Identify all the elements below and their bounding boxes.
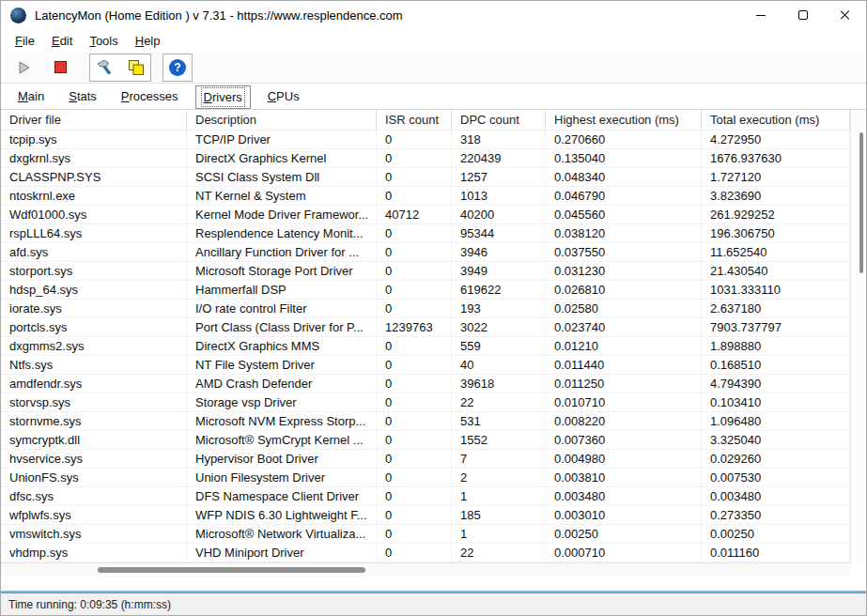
copy-icon: [127, 58, 146, 77]
table-cell: 0.168510: [702, 356, 850, 374]
table-row[interactable]: vhdmp.sysVHD Miniport Driver0220.0007100…: [1, 544, 850, 562]
table-cell: 0.038120: [546, 224, 702, 242]
column-header[interactable]: DPC count: [452, 110, 546, 130]
table-row[interactable]: rspLLL64.sysResplendence Latency Monit..…: [1, 224, 850, 243]
table-cell: 0.103410: [702, 393, 850, 411]
table-cell: 0.011440: [546, 356, 702, 374]
table-cell: Storage vsp Driver: [187, 393, 377, 411]
table-cell: 95344: [452, 224, 546, 242]
table-row[interactable]: storport.sysMicrosoft Storage Port Drive…: [1, 262, 850, 281]
table-cell: 22: [452, 393, 546, 411]
table-cell: 1: [452, 487, 546, 505]
table-row[interactable]: UnionFS.sysUnion Filesystem Driver020.00…: [1, 469, 850, 487]
table-cell: tcpip.sys: [1, 131, 187, 148]
table-cell: CLASSPNP.SYS: [1, 168, 187, 186]
table-cell: 559: [452, 337, 546, 355]
minimize-button[interactable]: [739, 1, 782, 29]
table-row[interactable]: tcpip.sysTCP/IP Driver03180.2706604.2729…: [1, 131, 850, 149]
window-title: LatencyMon (Home Edition ) v 7.31 - http…: [35, 8, 403, 23]
stop-monitor-button[interactable]: [48, 55, 72, 80]
help-button[interactable]: ?: [163, 54, 193, 82]
table-row[interactable]: symcryptk.dllMicrosoft® SymCrypt Kernel …: [1, 431, 850, 450]
tab-cpus[interactable]: CPUs: [260, 85, 307, 107]
table-row[interactable]: hdsp_64.sysHammerfall DSP06196220.026810…: [1, 281, 850, 300]
table-cell: amdfendr.sys: [1, 375, 187, 393]
table-row[interactable]: amdfendr.sysAMD Crash Defender0396180.01…: [1, 375, 850, 393]
menu-tools[interactable]: Tools: [81, 31, 126, 51]
table-cell: 0.037550: [546, 243, 702, 261]
table-row[interactable]: CLASSPNP.SYSSCSI Class System Dll012570.…: [1, 168, 850, 187]
help-icon: ?: [169, 59, 186, 76]
table-cell: 0.004980: [546, 450, 702, 468]
column-header[interactable]: ISR count: [377, 110, 452, 130]
table-cell: 0.003480: [702, 487, 850, 505]
table-row[interactable]: portcls.sysPort Class (Class Driver for …: [1, 318, 850, 337]
tab-drivers[interactable]: Drivers: [195, 85, 251, 109]
table-cell: Ancillary Function Driver for ...: [187, 243, 377, 261]
table-cell: 1.898880: [702, 337, 850, 355]
table-row[interactable]: storvsp.sysStorage vsp Driver0220.010710…: [1, 393, 850, 412]
menu-file[interactable]: File: [7, 31, 43, 51]
table-row[interactable]: dfsc.sysDFS Namespace Client Driver010.0…: [1, 487, 850, 506]
table-cell: iorate.sys: [1, 300, 187, 317]
tab-stats[interactable]: Stats: [61, 85, 104, 107]
menubar: FileEditToolsHelp: [1, 29, 866, 52]
table-row[interactable]: afd.sysAncillary Function Driver for ...…: [1, 243, 850, 262]
table-cell: WFP NDIS 6.30 Lightweight F...: [187, 506, 377, 524]
horizontal-scrollbar-thumb[interactable]: [98, 567, 365, 573]
table-cell: Microsoft® Network Virtualiza...: [187, 525, 377, 543]
table-cell: Hammerfall DSP: [187, 281, 377, 299]
menu-help[interactable]: Help: [127, 31, 169, 51]
close-button[interactable]: [824, 1, 866, 29]
table-cell: 0.023740: [546, 318, 702, 336]
table-row[interactable]: vmswitch.sysMicrosoft® Network Virtualiz…: [1, 525, 850, 544]
table-cell: dxgkrnl.sys: [1, 149, 187, 167]
table-cell: 185: [452, 506, 546, 524]
table-cell: DirectX Graphics MMS: [187, 337, 377, 355]
table-row[interactable]: wfplwfs.sysWFP NDIS 6.30 Lightweight F..…: [1, 506, 850, 525]
table-cell: 3949: [452, 262, 546, 280]
table-cell: 0.02580: [546, 300, 702, 317]
table-cell: ntoskrnl.exe: [1, 187, 187, 205]
column-header[interactable]: Total execution (ms): [702, 110, 850, 130]
table-row[interactable]: dxgkrnl.sysDirectX Graphics Kernel022043…: [1, 149, 850, 168]
tab-label: Main: [18, 89, 44, 103]
column-header[interactable]: Description: [187, 110, 377, 130]
table-cell: Ntfs.sys: [1, 356, 187, 374]
vertical-scrollbar-thumb[interactable]: [859, 132, 863, 273]
table-cell: Union Filesystem Driver: [187, 469, 377, 486]
table-cell: 40712: [377, 206, 452, 223]
horizontal-scrollbar[interactable]: [1, 562, 850, 577]
menu-edit[interactable]: Edit: [43, 31, 81, 51]
start-monitor-button[interactable]: [12, 55, 37, 80]
table-cell: 1: [452, 525, 546, 543]
table-row[interactable]: stornvme.sysMicrosoft NVM Express Storp.…: [1, 412, 850, 431]
table-cell: 0: [377, 412, 452, 430]
maximize-button[interactable]: [782, 1, 824, 29]
table-cell: 0: [377, 168, 452, 186]
table-row[interactable]: hvservice.sysHypervisor Boot Driver070.0…: [1, 450, 850, 469]
drivers-list: Driver fileDescriptionISR countDPC count…: [1, 110, 850, 591]
table-row[interactable]: dxgmms2.sysDirectX Graphics MMS05590.012…: [1, 337, 850, 356]
table-row[interactable]: ntoskrnl.exeNT Kernel & System010130.046…: [1, 187, 850, 206]
table-cell: 1013: [452, 187, 546, 205]
tab-main[interactable]: Main: [10, 85, 52, 107]
tools-button[interactable]: [92, 55, 116, 80]
vertical-scrollbar[interactable]: [850, 110, 866, 562]
tab-processes[interactable]: Processes: [114, 85, 186, 107]
table-cell: NT Kernel & System: [187, 187, 377, 205]
table-cell: 1031.333110: [702, 281, 850, 299]
table-cell: 0.011250: [546, 375, 702, 393]
table-row[interactable]: iorate.sysI/O rate control Filter01930.0…: [1, 300, 850, 318]
table-cell: dfsc.sys: [1, 487, 187, 505]
table-row[interactable]: Wdf01000.sysKernel Mode Driver Framewor.…: [1, 206, 850, 224]
table-cell: 0.046790: [546, 187, 702, 205]
table-cell: 531: [452, 412, 546, 430]
copy-report-button[interactable]: [124, 55, 148, 80]
table-cell: AMD Crash Defender: [187, 375, 377, 393]
column-header[interactable]: Driver file: [1, 110, 187, 130]
column-header[interactable]: Highest execution (ms): [546, 110, 702, 130]
table-cell: hvservice.sys: [1, 450, 187, 468]
stop-icon: [54, 61, 67, 73]
table-row[interactable]: Ntfs.sysNT File System Driver0400.011440…: [1, 356, 850, 375]
